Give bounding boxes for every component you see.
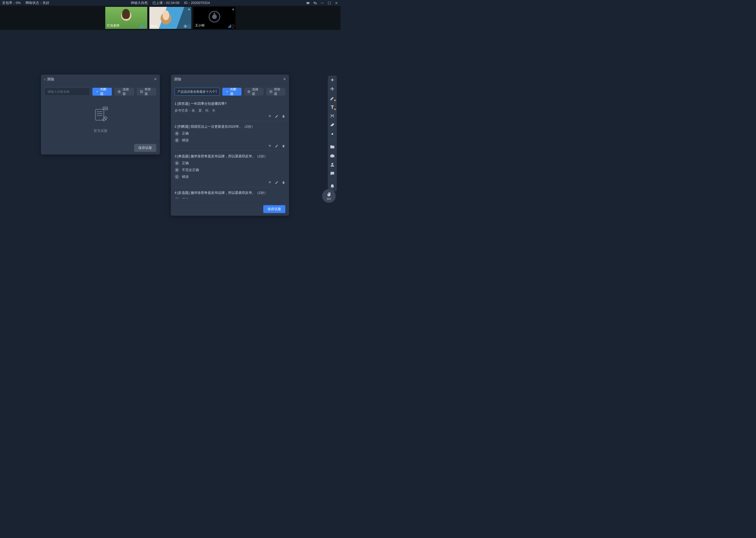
pointer-tool-icon[interactable]	[330, 78, 335, 83]
question-heading: 4 [多选题] 施华洛世奇是反华品牌，所以梁鼎琪反华。（2分）	[174, 190, 285, 195]
chip-judge[interactable]: 判断题	[92, 88, 112, 96]
svg-point-15	[332, 163, 333, 165]
svg-point-9	[105, 108, 105, 108]
svg-rect-6	[95, 109, 104, 120]
video-strip: 叮当老师 × Nina × 王小明	[0, 6, 341, 30]
session-id: ID：2020070324	[184, 1, 210, 5]
question-answer: 参考答案：春、夏、秋、冬	[174, 108, 285, 113]
quiz-panel-empty: ‹ 测验 × 判断题 选择题 简答题	[41, 75, 160, 154]
question-heading: 3 [单选题] 施华洛世奇是反华品牌，所以梁鼎琪反华。（2分）	[174, 154, 285, 159]
chip-short-answer[interactable]: 简答题	[266, 88, 285, 96]
pen-tool-icon[interactable]	[330, 96, 335, 101]
question-heading: 2 [判断题] 我国宪法上一次更新是在2020年。（2分）	[174, 124, 285, 129]
option-row[interactable]: C错误	[174, 175, 285, 179]
option-row[interactable]: A正确	[174, 161, 285, 166]
question-item: 1 [简答题] 一年四季分别是哪四季? 参考答案：春、夏、秋、冬	[174, 98, 285, 121]
save-quiz-button[interactable]: 保存试卷	[134, 144, 156, 152]
option-row[interactable]: A正确	[174, 131, 285, 136]
svg-rect-0	[321, 3, 324, 3]
chip-short-answer[interactable]: 简答题	[137, 88, 156, 96]
participant-name: 叮当老师	[107, 24, 119, 28]
target-icon	[184, 25, 187, 28]
delete-icon[interactable]	[282, 144, 285, 148]
camera-off-icon	[209, 11, 220, 23]
svg-point-8	[104, 108, 104, 108]
participant-name: 王小明	[195, 24, 205, 28]
chip-choice[interactable]: 选择题	[115, 88, 134, 96]
question-item: 3 [单选题] 施华洛世奇是反华品牌，所以梁鼎琪反华。（2分） A正确 B不完全…	[174, 151, 285, 187]
edit-icon[interactable]	[275, 115, 278, 118]
toolbox-icon[interactable]	[330, 153, 335, 158]
question-list[interactable]: 1 [简答题] 一年四季分别是哪四季? 参考答案：春、夏、秋、冬 2 [判断题]…	[171, 98, 289, 198]
move-tool-icon[interactable]	[330, 87, 335, 92]
bell-icon[interactable]	[330, 184, 335, 189]
quiz-name-input[interactable]	[174, 88, 220, 96]
delete-icon[interactable]	[282, 115, 285, 118]
panel-header: ‹ 测验 ×	[41, 75, 160, 84]
video-tile-student[interactable]: × 王小明	[193, 7, 235, 29]
network-status-label: 网络状态：良好	[25, 1, 49, 5]
packet-loss-label: 丢包率：0%	[2, 1, 21, 5]
eraser-tool-icon[interactable]	[330, 123, 335, 128]
delete-icon[interactable]	[282, 181, 285, 185]
option-row[interactable]: A是的	[174, 197, 285, 198]
mic-icon[interactable]	[188, 25, 190, 28]
fullscreen-icon[interactable]	[327, 1, 331, 5]
question-item: 2 [判断题] 我国宪法上一次更新是在2020年。（2分） A正确 B错误	[174, 121, 285, 151]
svg-point-4	[118, 91, 120, 92]
chat-icon[interactable]	[330, 171, 335, 176]
close-video-icon[interactable]: ×	[188, 7, 190, 12]
mic-muted-icon[interactable]	[232, 25, 234, 28]
video-tile-teacher[interactable]: 叮当老师	[105, 7, 147, 29]
save-quiz-button[interactable]: 保存试卷	[263, 205, 285, 213]
question-item: 4 [多选题] 施华洛世奇是反华品牌，所以梁鼎琪反华。（2分） A是的 B不完全…	[174, 187, 285, 198]
close-window-icon[interactable]	[334, 1, 338, 5]
participant-name: Nina	[151, 24, 158, 28]
top-status-bar: 丢包率：0% 网络状态：良好 神秘大自然 已上课：02:34:09 ID：202…	[0, 0, 341, 6]
brightness-tool-icon[interactable]	[330, 131, 335, 136]
option-row[interactable]: B不完全正确	[174, 168, 285, 172]
move-icon[interactable]	[268, 181, 272, 185]
volume-bars-icon	[228, 25, 231, 28]
chip-choice[interactable]: 选择题	[244, 88, 263, 96]
chip-judge[interactable]: 判断题	[222, 88, 242, 96]
elapsed-time: 已上课：02:34:09	[153, 1, 179, 5]
lesson-title: 神秘大自然	[131, 1, 148, 5]
option-row[interactable]: B错误	[174, 138, 285, 143]
settings-icon[interactable]	[313, 1, 317, 5]
panel-title: 测验	[47, 77, 54, 82]
folder-icon[interactable]	[330, 144, 335, 149]
minimize-icon[interactable]	[320, 1, 324, 5]
side-toolbar	[328, 76, 337, 191]
empty-state: 暂无试题	[45, 98, 156, 137]
quiz-name-input[interactable]	[45, 88, 90, 96]
close-panel-icon[interactable]: ×	[154, 77, 157, 82]
camera-toggle-icon[interactable]	[306, 1, 310, 5]
svg-point-12	[248, 91, 249, 92]
move-icon[interactable]	[268, 115, 272, 118]
svg-point-10	[106, 108, 107, 108]
mic-icon[interactable]	[144, 25, 146, 28]
close-video-icon[interactable]: ×	[232, 7, 234, 12]
back-icon[interactable]: ‹	[44, 77, 45, 82]
edit-icon[interactable]	[275, 144, 278, 148]
scissors-tool-icon[interactable]	[330, 114, 335, 119]
text-tool-icon[interactable]	[330, 105, 335, 110]
close-panel-icon[interactable]: ×	[283, 77, 286, 82]
hand-count: 0/2	[327, 197, 331, 200]
panel-header: 测验 ×	[171, 75, 289, 84]
edit-icon[interactable]	[275, 181, 278, 185]
svg-point-2	[185, 26, 186, 27]
question-heading: 1 [简答题] 一年四季分别是哪四季?	[174, 101, 285, 106]
svg-point-14	[332, 133, 333, 135]
user-icon[interactable]	[330, 162, 335, 167]
empty-text: 暂无试题	[94, 129, 107, 133]
panel-title: 测验	[174, 77, 181, 82]
quiz-panel-list: 测验 × 判断题 选择题 简答题 1 [简答题] 一年四季分别是哪四季? 参考答…	[171, 75, 289, 216]
hand-raise-counter[interactable]: 0/2	[322, 189, 336, 203]
video-tile-student[interactable]: × Nina	[149, 7, 191, 29]
move-icon[interactable]	[268, 144, 272, 148]
volume-bars-icon	[140, 25, 143, 28]
